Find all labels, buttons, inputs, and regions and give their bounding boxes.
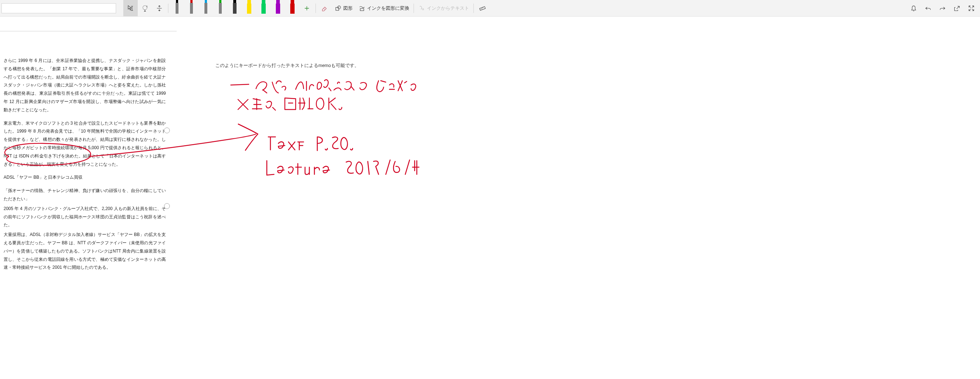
eraser-tool[interactable] bbox=[317, 0, 332, 17]
doc-heading: ADSL「ヤフー BB」と日本テレコム買収 bbox=[3, 175, 83, 180]
svg-rect-15 bbox=[261, 3, 266, 14]
toolbar-divider bbox=[473, 3, 474, 13]
svg-rect-7 bbox=[204, 3, 207, 14]
fullscreen-button[interactable] bbox=[964, 0, 978, 17]
svg-rect-13 bbox=[247, 3, 251, 14]
toolbar-divider bbox=[414, 3, 414, 13]
svg-rect-3 bbox=[176, 3, 178, 14]
doc-paragraph: 大量採用は、ADSL（非対称デジタル加入者線）サービス「ヤフー BB」の拡大を支… bbox=[3, 231, 166, 272]
ink-to-shape-button[interactable]: インクを図形に変換 bbox=[355, 0, 412, 17]
undo-button[interactable] bbox=[921, 0, 935, 17]
lasso-tool[interactable]: + bbox=[138, 0, 152, 17]
document-page[interactable]: さらに 1999 年 6 月には、全米証券業協会と提携し、ナスダック・ジャパンを… bbox=[0, 31, 177, 284]
ink-to-text-label: インクからテキスト bbox=[427, 5, 469, 11]
printout-toggle[interactable] bbox=[164, 127, 170, 133]
svg-marker-16 bbox=[276, 0, 280, 3]
svg-text:+: + bbox=[146, 5, 148, 8]
workspace: さらに 1999 年 6 月には、全米証券業協会と提携し、ナスダック・ジャパンを… bbox=[0, 17, 980, 379]
svg-marker-14 bbox=[262, 0, 266, 3]
notification-button[interactable] bbox=[907, 0, 921, 17]
doc-paragraph: 「孫オーナーの情熱、チャレンジ精神、負けず嫌いの頑張りを、自分の糧にしていただき… bbox=[3, 187, 166, 203]
highlighter-yellow[interactable] bbox=[242, 0, 256, 17]
highlighter-red[interactable] bbox=[285, 0, 300, 17]
svg-rect-17 bbox=[276, 3, 280, 14]
redo-button[interactable] bbox=[935, 0, 950, 17]
highlighter-purple[interactable] bbox=[271, 0, 285, 17]
ruler-button[interactable] bbox=[475, 0, 490, 17]
svg-marker-12 bbox=[247, 0, 251, 3]
add-pen-button[interactable] bbox=[300, 0, 314, 17]
highlighter-green[interactable] bbox=[256, 0, 271, 17]
svg-marker-18 bbox=[291, 0, 294, 3]
svg-rect-5 bbox=[190, 3, 193, 14]
doc-paragraph: 東京電力、米マイクロソフトとの 3 社合弁で設立したスピードネットも業界を動かし… bbox=[3, 119, 166, 169]
cursor-text-tool[interactable] bbox=[123, 0, 138, 17]
pen-black-thin[interactable] bbox=[170, 0, 184, 17]
shapes-label: 図形 bbox=[343, 5, 353, 11]
pen-green-thin[interactable] bbox=[213, 0, 228, 17]
svg-text:a: a bbox=[422, 7, 425, 11]
insert-space-tool[interactable] bbox=[152, 0, 167, 17]
toolbar: + 図形 インクを図形に変換 a インクからテキスト bbox=[0, 0, 980, 17]
ink-to-text-button: a インクからテキスト bbox=[415, 0, 472, 17]
notes-area[interactable]: このようにキーボードから打ったテキストによるmemoも可能です。 bbox=[182, 17, 980, 379]
toolbar-divider bbox=[168, 3, 169, 13]
doc-paragraph: 2005 年 4 月のソフトバンク・グループ入社式で、2,200 人もの新入社員… bbox=[3, 205, 166, 229]
pen-black-bold[interactable] bbox=[228, 0, 242, 17]
shapes-button[interactable]: 図形 bbox=[332, 0, 355, 17]
printout-toggle[interactable] bbox=[164, 203, 170, 209]
typed-note[interactable]: このようにキーボードから打ったテキストによるmemoも可能です。 bbox=[215, 63, 359, 69]
pen-blue-thin[interactable] bbox=[199, 0, 213, 17]
svg-rect-19 bbox=[290, 3, 294, 14]
toolbar-divider bbox=[315, 3, 316, 13]
svg-rect-24 bbox=[480, 6, 485, 10]
pen-red-thin[interactable] bbox=[184, 0, 199, 17]
doc-paragraph: さらに 1999 年 6 月には、全米証券業協会と提携し、ナスダック・ジャパンを… bbox=[3, 57, 166, 114]
share-button[interactable] bbox=[950, 0, 964, 17]
search-input[interactable] bbox=[2, 3, 116, 13]
svg-rect-22 bbox=[360, 8, 364, 10]
svg-rect-11 bbox=[233, 3, 237, 14]
svg-rect-9 bbox=[219, 3, 222, 14]
ink-to-shape-label: インクを図形に変換 bbox=[367, 5, 409, 11]
